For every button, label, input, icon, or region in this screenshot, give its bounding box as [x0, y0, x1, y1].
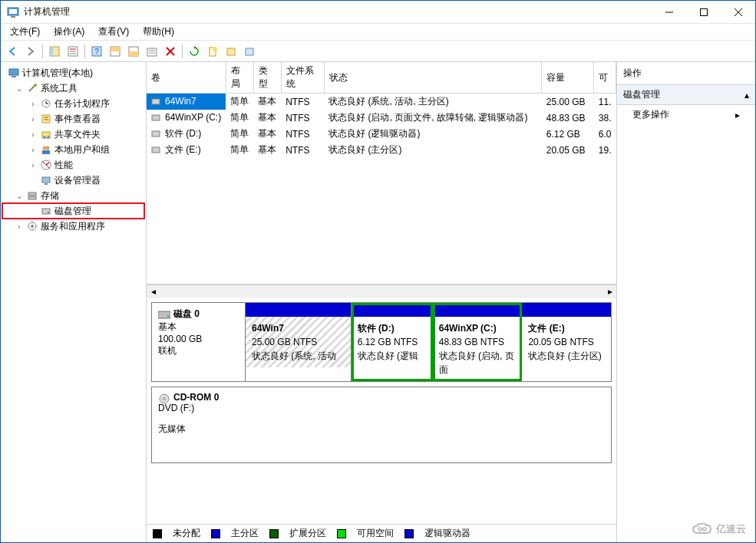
svg-rect-56 — [152, 131, 160, 137]
disk-row[interactable]: 磁盘 0 基本 100.00 GB 联机 64Win725.00 GB NTFS… — [151, 302, 612, 382]
col-fs[interactable]: 文件系统 — [281, 62, 324, 94]
col-capacity[interactable]: 容量 — [542, 62, 594, 94]
disk-header[interactable]: 磁盘 0 基本 100.00 GB 联机 — [152, 303, 246, 381]
minimize-button[interactable] — [652, 1, 686, 23]
svg-point-39 — [47, 136, 50, 139]
action2-button[interactable] — [223, 43, 239, 60]
tree-label: 计算机管理(本地) — [22, 67, 93, 80]
actions-more[interactable]: 更多操作 ▸ — [617, 105, 755, 124]
svg-rect-27 — [246, 48, 253, 55]
expander-icon[interactable]: › — [28, 100, 38, 108]
close-button[interactable] — [721, 1, 755, 23]
partition[interactable]: 软件 (D:)6.12 GB NTFS状态良好 (逻辑 — [352, 303, 433, 381]
tree-root[interactable]: 计算机管理(本地) — [2, 65, 144, 81]
forward-button[interactable] — [22, 43, 39, 60]
volume-row[interactable]: 软件 (D:) 简单基本NTFS状态良好 (逻辑驱动器)6.12 GB6.0 — [147, 126, 616, 142]
partition[interactable]: 文件 (E:)20.05 GB NTFS状态良好 (主分区) — [522, 303, 611, 381]
expander-icon[interactable]: › — [15, 222, 24, 231]
help-button[interactable]: ? — [88, 43, 105, 60]
tools-icon — [26, 82, 38, 94]
window-title: 计算机管理 — [24, 5, 652, 18]
tree-tasksched[interactable]: › 任务计划程序 — [2, 96, 144, 111]
tree-label: 系统工具 — [41, 82, 78, 95]
tree-storage[interactable]: ⌄ 存储 — [2, 188, 144, 203]
collapse-icon: ▴ — [744, 90, 749, 100]
svg-rect-29 — [12, 76, 16, 77]
expander-icon[interactable]: › — [28, 130, 38, 139]
svg-rect-58 — [158, 311, 170, 318]
hscrollbar[interactable]: ◂ ▸ — [147, 285, 616, 298]
cdrom-icon — [158, 393, 170, 403]
svg-rect-54 — [152, 99, 160, 104]
svg-rect-46 — [42, 177, 50, 183]
delete-button[interactable] — [162, 43, 179, 60]
view-top-button[interactable] — [107, 43, 124, 60]
view-bottom-button[interactable] — [125, 43, 142, 60]
col-layout[interactable]: 布局 — [226, 62, 253, 94]
properties-button[interactable] — [64, 43, 81, 60]
expander-icon[interactable]: ⌄ — [15, 84, 24, 93]
expander-icon[interactable]: › — [28, 115, 38, 123]
tree-label: 性能 — [54, 159, 73, 172]
tree-diskmgmt[interactable]: › 磁盘管理 — [2, 203, 144, 219]
svg-point-62 — [698, 528, 702, 531]
back-button[interactable] — [4, 43, 21, 60]
settings-button[interactable] — [144, 43, 160, 60]
tree-eventviewer[interactable]: › 事件查看器 — [2, 111, 144, 127]
svg-rect-19 — [147, 48, 157, 56]
swatch-unalloc — [153, 529, 162, 538]
volume-row[interactable]: 64Win7 简单基本NTFS状态良好 (系统, 活动, 主分区)25.00 G… — [147, 94, 616, 110]
partition[interactable]: 64WinXP (C:)48.83 GB NTFS状态良好 (启动, 页面 — [433, 303, 523, 381]
tree-systools[interactable]: ⌄ 系统工具 — [2, 81, 144, 96]
perf-icon — [40, 159, 52, 171]
maximize-button[interactable] — [686, 1, 721, 23]
menu-help[interactable]: 帮助(H) — [137, 24, 180, 40]
disk-row[interactable]: CD-ROM 0 DVD (F:) 无媒体 — [151, 387, 612, 463]
volume-icon — [151, 145, 162, 156]
tree-performance[interactable]: › 性能 — [2, 157, 144, 173]
col-free[interactable]: 可 — [594, 62, 616, 94]
svg-rect-18 — [129, 51, 138, 56]
svg-rect-57 — [152, 147, 160, 153]
disk-header[interactable]: CD-ROM 0 DVD (F:) 无媒体 — [152, 387, 611, 462]
svg-line-44 — [46, 163, 49, 165]
users-icon — [40, 143, 52, 156]
tree-devicemgr[interactable]: › 设备管理器 — [2, 173, 144, 188]
expander-icon[interactable]: ⌄ — [15, 192, 24, 200]
tree-sharedfolders[interactable]: › 共享文件夹 — [2, 127, 144, 142]
new-button[interactable] — [204, 43, 221, 60]
refresh-button[interactable] — [186, 43, 203, 60]
menu-file[interactable]: 文件(F) — [4, 24, 46, 40]
menu-view[interactable]: 查看(V) — [92, 24, 135, 40]
scroll-right-icon[interactable]: ▸ — [603, 285, 616, 298]
volume-row[interactable]: 文件 (E:) 简单基本NTFS状态良好 (主分区)20.05 GB19. — [147, 142, 616, 158]
swatch-extended — [269, 529, 279, 538]
col-type[interactable]: 类型 — [253, 62, 281, 94]
menu-action[interactable]: 操作(A) — [48, 24, 91, 40]
svg-rect-28 — [9, 69, 18, 75]
svg-point-41 — [46, 146, 50, 150]
actions-category[interactable]: 磁盘管理 ▴ — [617, 85, 755, 105]
svg-rect-50 — [42, 209, 50, 214]
svg-rect-16 — [111, 47, 120, 51]
action3-button[interactable] — [241, 43, 258, 60]
tree-label: 服务和应用程序 — [41, 220, 105, 233]
col-status[interactable]: 状态 — [324, 62, 542, 94]
volume-row[interactable]: 64WinXP (C:) 简单基本NTFS状态良好 (启动, 页面文件, 故障转… — [147, 110, 616, 126]
svg-rect-2 — [11, 16, 15, 18]
tree-label: 存储 — [41, 189, 59, 202]
tree-label: 本地用户和组 — [54, 143, 110, 156]
scroll-left-icon[interactable]: ◂ — [147, 285, 160, 298]
tree-services[interactable]: › 服务和应用程序 — [2, 219, 144, 234]
show-hide-tree-button[interactable] — [46, 43, 63, 60]
disk-icon — [158, 310, 170, 319]
svg-rect-49 — [28, 196, 36, 199]
partition[interactable]: 64Win725.00 GB NTFS状态良好 (系统, 活动 — [246, 303, 352, 381]
col-volume[interactable]: 卷 — [147, 62, 226, 94]
svg-point-30 — [34, 84, 37, 87]
tree-localusers[interactable]: › 本地用户和组 — [2, 142, 144, 157]
toolbar: ? — [1, 41, 755, 62]
expander-icon[interactable]: › — [28, 161, 38, 169]
expander-icon[interactable]: › — [28, 146, 38, 154]
svg-rect-48 — [28, 193, 36, 196]
